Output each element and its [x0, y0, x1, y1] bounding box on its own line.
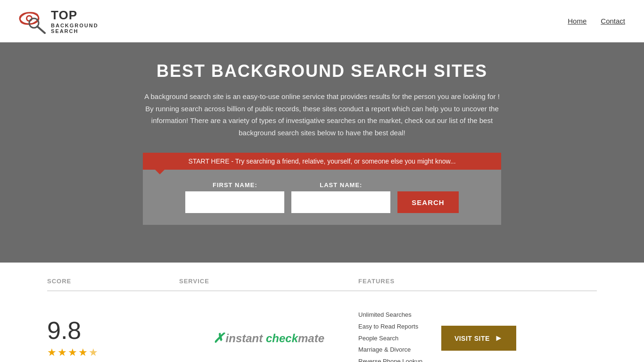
service-cell-1: ✗ instant check mate [179, 330, 358, 346]
col-service: SERVICE [179, 278, 358, 285]
feature-1-1: Unlimited Searches [358, 310, 422, 320]
hero-description: A background search site is an easy-to-u… [143, 90, 501, 139]
col-score: SCORE [47, 278, 179, 285]
feature-1-2: Easy to Read Reports [358, 322, 422, 332]
hero-content: BEST BACKGROUND SEARCH SITES A backgroun… [0, 42, 644, 248]
first-name-group: FIRST NAME: [185, 181, 284, 213]
nav-contact[interactable]: Contact [601, 17, 625, 25]
star-2: ★ [58, 346, 67, 359]
col-features: FEATURES [358, 278, 597, 285]
table-row: 9.8 ★ ★ ★ ★ ★ ✗ instant check mate Unlim… [47, 296, 597, 362]
svg-line-5 [37, 26, 45, 33]
star-1: ★ [47, 346, 57, 359]
features-list-1: Unlimited Searches Easy to Read Reports … [358, 310, 422, 362]
score-cell-1: 9.8 ★ ★ ★ ★ ★ [47, 318, 179, 359]
logo: TOP BACKGROUNDSEARCH [19, 8, 99, 34]
main-nav: Home Contact [568, 17, 625, 25]
logo-top-text: TOP [51, 8, 99, 23]
visit-arrow-icon-1: ► [495, 333, 503, 343]
search-form: FIRST NAME: LAST NAME: SEARCH [152, 181, 492, 213]
feature-1-4: Marriage & Divorce [358, 345, 422, 355]
first-name-label: FIRST NAME: [185, 181, 284, 189]
ic-name-mate: mate [298, 332, 324, 345]
feature-1-3: People Search [358, 334, 422, 344]
first-name-input[interactable] [185, 191, 284, 213]
nav-home[interactable]: Home [568, 17, 586, 25]
table-header: SCORE SERVICE FEATURES [47, 272, 597, 291]
feature-1-5: Reverse Phone Lookup [358, 357, 422, 362]
star-5-half: ★ [89, 346, 98, 359]
ic-name-check: check [266, 332, 298, 345]
search-form-area: FIRST NAME: LAST NAME: SEARCH [143, 170, 501, 225]
last-name-input[interactable] [291, 191, 390, 213]
instant-checkmate-logo: ✗ instant check mate [213, 330, 324, 346]
star-4: ★ [78, 346, 88, 359]
logo-icon [19, 8, 47, 34]
hero-title: BEST BACKGROUND SEARCH SITES [9, 61, 635, 81]
stars-1: ★ ★ ★ ★ ★ [47, 346, 98, 359]
search-banner: START HERE - Try searching a friend, rel… [143, 153, 501, 170]
features-visit-cell-1: Unlimited Searches Easy to Read Reports … [358, 310, 597, 362]
last-name-label: LAST NAME: [291, 181, 390, 189]
search-button[interactable]: SEARCH [397, 191, 458, 213]
logo-bottom-text: BACKGROUNDSEARCH [51, 23, 99, 34]
ic-name-left: instant [223, 332, 266, 345]
logo-text: TOP BACKGROUNDSEARCH [51, 8, 99, 34]
last-name-group: LAST NAME: [291, 181, 390, 213]
header: TOP BACKGROUNDSEARCH Home Contact [0, 0, 644, 42]
score-number-1: 9.8 [47, 318, 81, 343]
visit-site-button-1[interactable]: VISIT SITE ► [441, 326, 516, 351]
results-table: SCORE SERVICE FEATURES 9.8 ★ ★ ★ ★ ★ ✗ i… [0, 263, 644, 362]
star-3: ★ [68, 346, 77, 359]
hero-section: BEST BACKGROUND SEARCH SITES A backgroun… [0, 42, 644, 263]
